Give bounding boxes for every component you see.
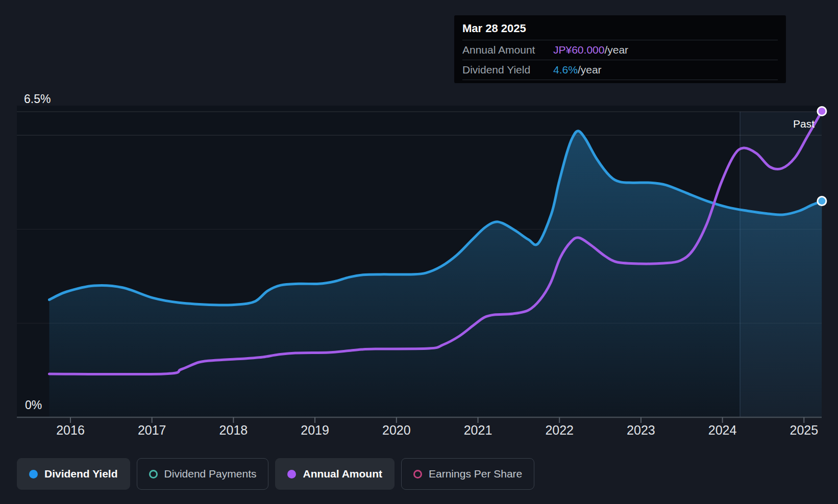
tooltip: Mar 28 2025 Annual Amount JP¥60.000/year… (454, 15, 786, 83)
x-axis-label: 2021 (464, 423, 492, 437)
past-label: Past (793, 118, 815, 130)
x-axis-label: 2020 (382, 423, 411, 437)
x-axis-label: 2017 (138, 423, 166, 437)
x-axis-label: 2018 (219, 423, 248, 437)
legend-button-dividend-yield[interactable]: Dividend Yield (17, 458, 130, 490)
y-axis-zero-label: 0% (25, 398, 42, 412)
x-axis-label: 2024 (708, 423, 737, 437)
x-axis-label: 2023 (627, 423, 655, 437)
legend-label: Annual Amount (303, 468, 382, 480)
tooltip-divider (462, 80, 778, 80)
x-axis-label: 2022 (545, 423, 574, 437)
legend-label: Dividend Payments (164, 468, 257, 480)
legend-button-dividend-payments[interactable]: Dividend Payments (137, 458, 269, 490)
legend-button-earnings-per-share[interactable]: Earnings Per Share (401, 458, 534, 490)
annual-amount-dot-icon (287, 470, 296, 478)
legend-label: Dividend Yield (44, 468, 118, 480)
legend-label: Earnings Per Share (429, 468, 522, 480)
tooltip-date: Mar 28 2025 (462, 15, 778, 40)
x-axis-label: 2019 (301, 423, 329, 437)
y-axis-max-label: 6.5% (24, 92, 51, 106)
legend: Dividend Yield Dividend Payments Annual … (17, 458, 534, 490)
annual-amount-end-dot[interactable] (818, 107, 826, 116)
x-axis-ticks: 2016201720182019202020212022202320242025 (56, 417, 818, 437)
x-axis-label: 2025 (790, 423, 818, 437)
tooltip-row-annual-amount: Annual Amount JP¥60.000/year (462, 40, 778, 60)
earnings-per-share-ring-icon (413, 470, 422, 478)
legend-button-annual-amount[interactable]: Annual Amount (275, 458, 395, 490)
tooltip-label: Annual Amount (462, 44, 553, 56)
tooltip-row-dividend-yield: Dividend Yield 4.6%/year (462, 60, 778, 80)
dividend-history-chart: 2016201720182019202020212022202320242025… (0, 0, 838, 504)
tooltip-label: Dividend Yield (462, 64, 553, 76)
tooltip-value: JP¥60.000/year (553, 44, 628, 56)
dividend-payments-ring-icon (149, 470, 158, 478)
tooltip-value: 4.6%/year (553, 64, 602, 76)
dividend-yield-dot-icon (29, 470, 38, 478)
dividend-yield-end-dot[interactable] (818, 197, 826, 206)
x-axis-label: 2016 (56, 423, 85, 437)
